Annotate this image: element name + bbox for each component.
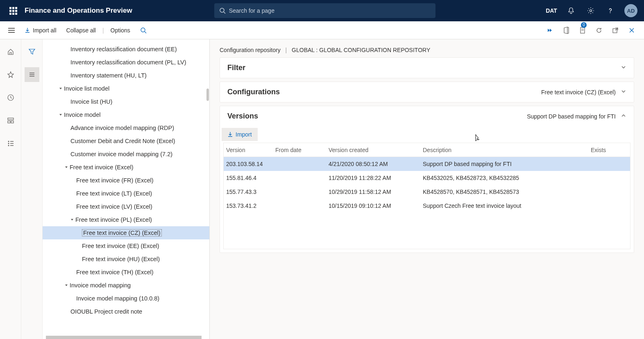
tree-item[interactable]: Free text invoice (EE) (Excel) xyxy=(43,239,209,253)
help-button[interactable] xyxy=(601,0,619,21)
tree-item-label: Invoice model mapping xyxy=(70,282,131,289)
table-row[interactable]: 155.81.46.411/20/2019 11:28:22 AMKB45320… xyxy=(224,171,630,185)
workspaces-button[interactable] xyxy=(3,113,18,128)
tree-item[interactable]: Free text invoice (HU) (Excel) xyxy=(43,253,209,266)
breadcrumb-item[interactable]: Configuration repository xyxy=(220,47,281,53)
import-button[interactable]: Import xyxy=(222,128,258,141)
tree-pane[interactable]: Inventory reclassification document (EE)… xyxy=(43,39,210,339)
tree-item[interactable]: Inventory reclassification document (PL,… xyxy=(43,56,209,69)
download-icon xyxy=(227,132,233,137)
table-row[interactable]: 153.73.41.210/15/2019 09:10:12 AMSupport… xyxy=(224,199,630,213)
notifications-button[interactable] xyxy=(562,0,580,21)
table-row[interactable]: 203.103.58.144/21/2020 08:50:12 AMSuppor… xyxy=(224,157,630,171)
popout-button[interactable] xyxy=(610,25,621,36)
tree-item[interactable]: Inventory reclassification document (EE) xyxy=(43,43,209,56)
col-desc[interactable]: Description xyxy=(423,147,591,153)
tree-item[interactable]: Free text invoice (CZ) (Excel) xyxy=(43,226,209,239)
recent-button[interactable] xyxy=(3,90,18,105)
settings-button[interactable] xyxy=(582,0,600,21)
col-from[interactable]: From date xyxy=(275,147,329,153)
options-button[interactable]: Options xyxy=(106,21,135,39)
messages-button[interactable]: 0 xyxy=(577,25,588,36)
svg-point-16 xyxy=(8,141,9,142)
user-avatar[interactable]: AD xyxy=(624,4,637,17)
tree-item-label: Free text invoice (LV) (Excel) xyxy=(76,203,152,210)
tree-item-label: Free text invoice (FR) (Excel) xyxy=(76,177,154,184)
clock-icon xyxy=(7,94,14,101)
svg-point-18 xyxy=(8,145,9,146)
tree-item[interactable]: Free text invoice (TH) (Excel) xyxy=(43,266,209,279)
tree-item[interactable]: Invoice list (HU) xyxy=(43,95,209,108)
tree-item[interactable]: Customer invoice model mapping (7.2) xyxy=(43,148,209,161)
search-input[interactable]: Search for a page xyxy=(214,3,435,18)
tree-item[interactable]: Advance invoice model mapping (RDP) xyxy=(43,121,209,134)
filter-button[interactable] xyxy=(25,44,39,59)
configurations-header[interactable]: Configurations Free text invoice (CZ) (E… xyxy=(220,82,634,102)
list-button[interactable] xyxy=(25,67,39,82)
col-created[interactable]: Version created xyxy=(329,147,423,153)
tree-item[interactable]: OIOUBL Project credit note xyxy=(43,305,209,318)
app-launcher[interactable] xyxy=(3,7,23,15)
tree-item[interactable]: Invoice model mapping xyxy=(43,279,209,292)
caret-icon[interactable] xyxy=(69,218,75,222)
cell-created: 11/20/2019 11:28:22 AM xyxy=(329,175,423,181)
modules-button[interactable] xyxy=(3,136,18,151)
tree-item[interactable]: Customer Debit and Credit Note (Excel) xyxy=(43,134,209,148)
table-row[interactable]: 155.77.43.310/29/2019 11:58:12 AMKB45285… xyxy=(224,185,630,199)
tree-item-label: Free text invoice (HU) (Excel) xyxy=(82,256,160,262)
svg-point-3 xyxy=(610,12,611,13)
refresh-button[interactable] xyxy=(593,25,605,36)
company-picker[interactable]: DAT xyxy=(542,0,560,21)
tree-item-label: Invoice model xyxy=(64,111,100,118)
find-button[interactable] xyxy=(135,21,154,39)
tree-item[interactable]: Free text invoice (LT) (Excel) xyxy=(43,187,209,200)
col-version[interactable]: Version xyxy=(226,147,275,153)
versions-header[interactable]: Versions Support DP based mapping for FT… xyxy=(220,106,634,126)
connector-button[interactable] xyxy=(544,25,556,36)
tree-item[interactable]: Invoice list model xyxy=(43,82,209,95)
tree-hscroll[interactable] xyxy=(43,336,209,339)
tree-scrollbar[interactable] xyxy=(206,89,209,101)
svg-line-5 xyxy=(145,32,146,33)
office-button[interactable] xyxy=(560,25,572,36)
tree-item[interactable]: Free text invoice (FR) (Excel) xyxy=(43,174,209,187)
tree-item-label: Free text invoice (CZ) (Excel) xyxy=(82,229,162,237)
tree-item-label: Free text invoice (TH) (Excel) xyxy=(76,269,154,275)
caret-icon[interactable] xyxy=(63,283,70,287)
tree-item[interactable]: Invoice model mapping (10.0.8) xyxy=(43,292,209,305)
caret-icon[interactable] xyxy=(57,86,64,91)
tree-item-label: Advance invoice model mapping (RDP) xyxy=(70,125,174,131)
tree-item-label: OIOUBL Project credit note xyxy=(70,308,142,315)
nav-toggle[interactable] xyxy=(3,28,20,33)
favorites-button[interactable] xyxy=(3,67,18,82)
search-placeholder: Search for a page xyxy=(229,7,274,14)
popout-icon xyxy=(612,27,619,34)
tree-item-label: Inventory reclassification document (EE) xyxy=(70,46,177,52)
connector-icon xyxy=(546,27,553,34)
command-bar: Import all Collapse all | Options 0 xyxy=(0,21,644,39)
tree-item[interactable]: Free text invoice (LV) (Excel) xyxy=(43,200,209,213)
list-icon xyxy=(28,71,36,78)
tree-item[interactable]: Free text invoice (Excel) xyxy=(43,161,209,174)
filter-card: Filter xyxy=(220,57,634,78)
col-exists[interactable]: Exists xyxy=(591,147,628,153)
messages-badge: 0 xyxy=(581,22,587,28)
star-icon xyxy=(7,71,14,78)
cell-desc: KB4528570, KB4528571, KB4528573 xyxy=(423,189,591,195)
caret-icon[interactable] xyxy=(57,113,64,117)
configurations-card: Configurations Free text invoice (CZ) (E… xyxy=(220,82,634,102)
import-all-button[interactable]: Import all xyxy=(20,21,61,39)
caret-icon[interactable] xyxy=(63,165,70,169)
cell-desc: Support DP based mapping for FTI xyxy=(423,161,591,167)
tree-item-label: Free text invoice (EE) (Excel) xyxy=(82,243,159,249)
tree-item[interactable]: Invoice model xyxy=(43,108,209,121)
home-button[interactable] xyxy=(3,44,18,59)
tree-item-label: Invoice list model xyxy=(64,85,109,92)
tree-item[interactable]: Free text invoice (PL) (Excel) xyxy=(43,213,209,226)
close-button[interactable] xyxy=(626,25,637,36)
collapse-all-button[interactable]: Collapse all xyxy=(61,21,101,39)
versions-grid: Version From date Version created Descri… xyxy=(223,143,630,249)
tree-item-label: Inventory statement (HU, LT) xyxy=(70,72,147,79)
tree-item[interactable]: Inventory statement (HU, LT) xyxy=(43,69,209,82)
filter-header[interactable]: Filter xyxy=(220,58,634,78)
